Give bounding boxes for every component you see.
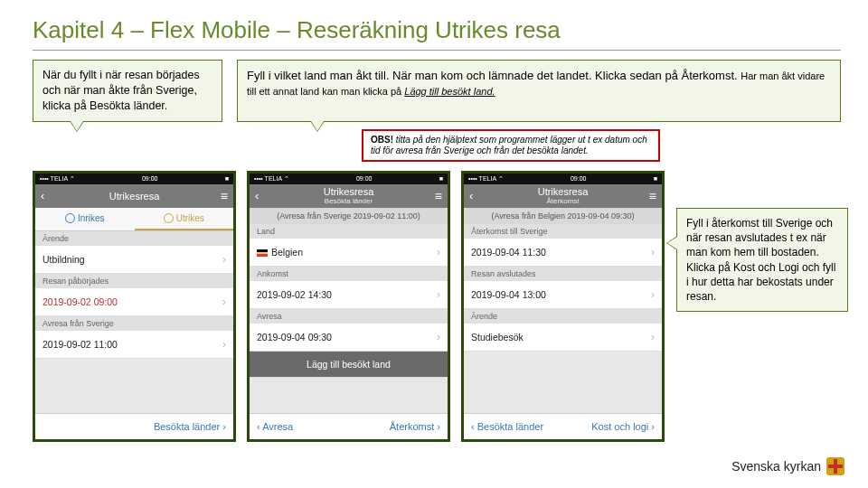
globe-icon — [65, 213, 75, 223]
chevron-right-icon: › — [222, 338, 226, 351]
footer-back[interactable]: ‹ Avresa — [257, 421, 293, 432]
nav-header: ‹UtrikesresaBesökta länder≡ — [250, 184, 448, 208]
footer-link[interactable]: Besökta länder › — [35, 413, 233, 439]
callout-3: Fyll i återkomst till Sverige och när re… — [676, 208, 848, 312]
footer-back[interactable]: ‹ Besökta länder — [471, 421, 543, 432]
row-land[interactable]: Belgien› — [250, 239, 448, 267]
row-avresa[interactable]: 2019-09-02 11:00› — [35, 331, 233, 359]
chevron-right-icon: › — [437, 288, 440, 301]
tab-inrikes[interactable]: Inrikes — [35, 208, 135, 231]
row-arende3[interactable]: Studiebesök› — [464, 324, 662, 352]
chevron-right-icon: › — [437, 331, 440, 343]
hint-text: (Avresa från Sverige 2019-09-02 11:00) — [250, 208, 448, 224]
globe-icon — [164, 213, 174, 223]
callout-1: När du fyllt i när resan börjades och nä… — [33, 60, 222, 122]
row-aterkomst[interactable]: 2019-09-04 11:30› — [464, 239, 662, 267]
footer-next[interactable]: Återkomst › — [390, 421, 440, 432]
chevron-right-icon: › — [437, 246, 440, 258]
row-ankomst[interactable]: 2019-09-02 14:30› — [250, 281, 448, 309]
callout-2: Fyll i vilket land man åkt till. När man… — [237, 60, 841, 122]
brand-logo: Svenska kyrkan — [731, 457, 844, 475]
status-bar: •••• TELIA ⌃09:00■ — [464, 174, 662, 184]
chevron-right-icon: › — [651, 331, 655, 343]
hint-text: (Avresa från Belgien 2019-09-04 09:30) — [464, 208, 662, 224]
obs-warning: OBS! titta på den hjälptext som programm… — [362, 129, 660, 162]
row-avslut[interactable]: 2019-09-04 13:00› — [464, 281, 662, 309]
footer-nav: ‹ Besökta länderKost och logi › — [464, 413, 662, 439]
phone-1: •••• TELIA ⌃09:00■ ‹Utrikesresa≡ Inrikes… — [33, 171, 236, 442]
row-start[interactable]: 2019-09-02 09:00› — [35, 288, 233, 316]
page-title: Kapitel 4 – Flex Mobile – Reseräkning Ut… — [33, 0, 841, 50]
chevron-right-icon: › — [222, 253, 226, 266]
nav-header: ‹UtrikesresaÅterkomst≡ — [464, 184, 662, 208]
flag-icon — [257, 249, 268, 257]
phone-2: •••• TELIA ⌃09:00■ ‹UtrikesresaBesökta l… — [247, 171, 450, 442]
row-arende[interactable]: Utbildning› — [35, 246, 233, 274]
nav-header: ‹Utrikesresa≡ — [35, 184, 233, 208]
chevron-right-icon: › — [222, 296, 226, 308]
footer-next[interactable]: Kost och logi › — [591, 421, 655, 432]
add-country-button[interactable]: Lägg till besökt land — [250, 352, 448, 378]
tab-bar: Inrikes Utrikes — [35, 208, 233, 232]
status-bar: •••• TELIA ⌃09:00■ — [250, 174, 448, 184]
status-bar: •••• TELIA ⌃09:00■ — [35, 174, 233, 184]
row-avresa2[interactable]: 2019-09-04 09:30› — [250, 324, 448, 352]
footer-nav: ‹ AvresaÅterkomst › — [250, 413, 448, 439]
phone-3: •••• TELIA ⌃09:00■ ‹UtrikesresaÅterkomst… — [461, 171, 665, 442]
logo-icon — [826, 457, 844, 475]
chevron-right-icon: › — [651, 246, 655, 258]
chevron-right-icon: › — [651, 288, 655, 301]
tab-utrikes[interactable]: Utrikes — [135, 208, 234, 231]
